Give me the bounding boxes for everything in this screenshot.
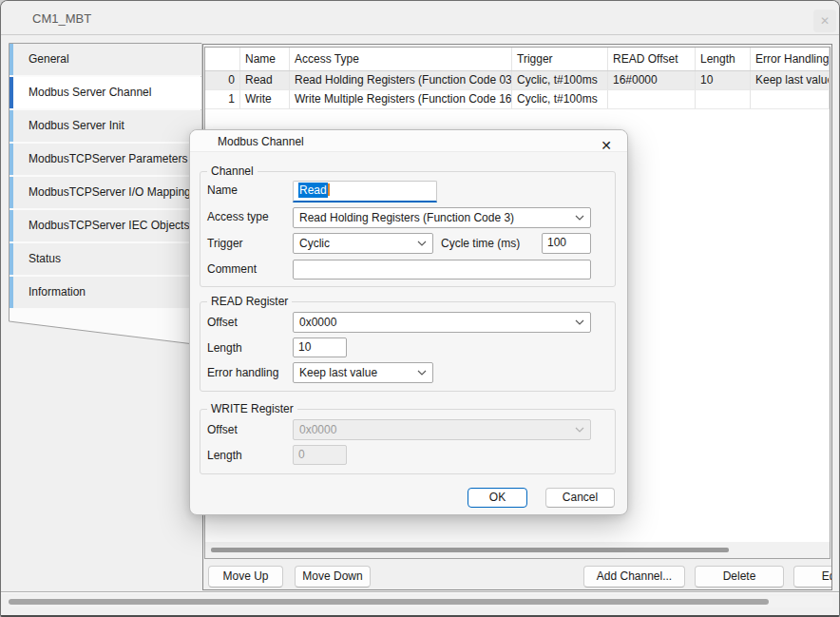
cycle-time-input[interactable]: 100 (542, 233, 591, 254)
cell-name[interactable]: Write (240, 90, 290, 108)
cell-read-offset[interactable]: 16#0000 (608, 71, 696, 89)
column-header-length[interactable]: Length (696, 48, 751, 70)
error-handling-dropdown[interactable]: Keep last value (293, 362, 433, 383)
column-header-trigger[interactable]: Trigger (512, 48, 608, 70)
write-offset-value: 0x0000 (299, 423, 336, 436)
name-input-selected-text: Read (298, 183, 328, 198)
cycle-time-value: 100 (547, 236, 566, 249)
cell-access-type[interactable]: Write Multiple Registers (Function Code … (290, 90, 512, 108)
button-label: Move Down (302, 569, 362, 583)
sidebar-item-modbustcpserver-iec-objects[interactable]: ModbusTCPServer IEC Objects (10, 210, 201, 242)
name-input[interactable]: Read (293, 181, 437, 202)
column-header-name[interactable]: Name (240, 48, 290, 70)
text-caret (328, 183, 330, 196)
cell-length[interactable]: 10 (696, 71, 751, 89)
sidebar-item-label: Information (29, 285, 86, 299)
read-length-value: 10 (298, 340, 311, 354)
write-register-legend: WRITE Register (207, 402, 297, 415)
comment-label: Comment (207, 262, 257, 276)
cancel-button[interactable]: Cancel (545, 488, 615, 508)
write-offset-label: Offset (207, 423, 238, 436)
button-label: Edit... (822, 569, 832, 583)
chevron-down-icon (575, 427, 584, 433)
ok-button[interactable]: OK (468, 488, 527, 508)
window-horizontal-scrollbar[interactable] (9, 596, 832, 607)
cell-error-handling[interactable] (751, 90, 830, 108)
close-icon: ✕ (601, 138, 612, 153)
sidebar-item-modbustcpserver-parameters[interactable]: ModbusTCPServer Parameters (10, 144, 201, 176)
read-length-input[interactable]: 10 (293, 337, 347, 357)
button-label: Move Up (222, 569, 268, 583)
bottom-separator-highlight (1, 592, 839, 593)
sidebar-item-label: Status (29, 252, 61, 265)
chevron-down-icon (417, 241, 427, 246)
table-horizontal-scrollbar[interactable] (205, 542, 830, 558)
title-bar: CM1_MBT ✕ (1, 1, 839, 35)
sidebar-item-modbus-server-channel[interactable]: Modbus Server Channel (10, 77, 201, 109)
sidebar-item-label: ModbusTCPServer Parameters (29, 152, 187, 165)
button-label: Add Channel... (597, 569, 672, 583)
access-type-label: Access type (207, 210, 269, 223)
cell-length[interactable] (696, 90, 751, 108)
move-down-button[interactable]: Move Down (295, 566, 371, 588)
row-index-cell[interactable]: 1 (205, 90, 240, 108)
write-length-input: 0 (293, 445, 347, 465)
column-header-error-handling[interactable]: Error Handling (751, 48, 830, 70)
tab-stripe (10, 77, 13, 108)
cell-name[interactable]: Read (240, 71, 290, 89)
read-offset-value: 0x0000 (299, 316, 336, 329)
error-handling-value: Keep last value (299, 366, 377, 379)
move-up-button[interactable]: Move Up (208, 566, 283, 588)
read-offset-dropdown[interactable]: 0x0000 (293, 312, 591, 333)
column-header-read-offset[interactable]: READ Offset (608, 48, 696, 70)
sidebar-item-modbus-server-init[interactable]: Modbus Server Init (10, 110, 201, 143)
row-index-cell[interactable]: 0 (205, 71, 240, 89)
modbus-channel-dialog: Modbus Channel ✕ Channel Name Read Acces… (189, 129, 628, 515)
button-label: Cancel (563, 491, 598, 504)
column-header-rownum[interactable] (205, 48, 240, 70)
chevron-down-icon (575, 319, 584, 325)
scrollbar-thumb[interactable] (9, 599, 769, 605)
dialog-close-button[interactable]: ✕ (597, 136, 616, 155)
cycle-time-label: Cycle time (ms) (441, 237, 520, 250)
cell-error-handling[interactable]: Keep last value (751, 71, 830, 89)
sidebar-item-information[interactable]: Information (10, 277, 201, 309)
write-offset-dropdown: 0x0000 (293, 419, 591, 440)
name-label: Name (207, 183, 238, 197)
table-row[interactable]: 1 Write Write Multiple Registers (Functi… (205, 90, 830, 109)
table-header-row: Name Access Type Trigger READ Offset Len… (205, 48, 830, 71)
read-register-legend: READ Register (207, 295, 292, 308)
tab-stripe (10, 110, 13, 142)
sidebar-item-modbustcpserver-io-mapping[interactable]: ModbusTCPServer I/O Mapping (10, 177, 201, 209)
cell-trigger[interactable]: Cyclic, t#100ms (512, 90, 608, 108)
table-row[interactable]: 0 Read Read Holding Registers (Function … (205, 71, 830, 90)
edit-button[interactable]: Edit... (793, 566, 832, 588)
read-length-label: Length (207, 341, 242, 355)
sidebar-item-label: Modbus Server Channel (29, 86, 151, 99)
sidebar-item-label: General (29, 52, 69, 66)
scrollbar-thumb[interactable] (211, 548, 729, 552)
sidebar-item-label: ModbusTCPServer I/O Mapping (29, 185, 191, 199)
chevron-down-icon (417, 370, 427, 376)
cell-access-type[interactable]: Read Holding Registers (Function Code 03… (290, 71, 512, 89)
trigger-label: Trigger (207, 237, 243, 250)
sidebar-item-status[interactable]: Status (10, 243, 201, 276)
comment-input[interactable] (293, 260, 591, 280)
add-channel-button[interactable]: Add Channel... (583, 566, 685, 588)
button-label: Delete (723, 569, 756, 583)
sidebar-item-general[interactable]: General (10, 44, 201, 76)
dialog-title-bar: Modbus Channel ✕ (190, 130, 627, 152)
sidebar-item-label: ModbusTCPServer IEC Objects (29, 219, 189, 232)
trigger-dropdown[interactable]: Cyclic (293, 233, 433, 254)
sidebar-item-label: Modbus Server Init (29, 119, 124, 132)
access-type-dropdown[interactable]: Read Holding Registers (Function Code 3) (293, 207, 591, 228)
tab-stripe (10, 177, 13, 208)
window-close-button[interactable]: ✕ (813, 10, 836, 32)
column-header-access-type[interactable]: Access Type (290, 48, 512, 70)
delete-button[interactable]: Delete (695, 566, 784, 588)
cell-read-offset[interactable] (608, 90, 696, 108)
trigger-value: Cyclic (299, 237, 330, 250)
close-icon: ✕ (820, 14, 830, 28)
cell-trigger[interactable]: Cyclic, t#100ms (512, 71, 608, 89)
window-title: CM1_MBT (32, 11, 91, 26)
